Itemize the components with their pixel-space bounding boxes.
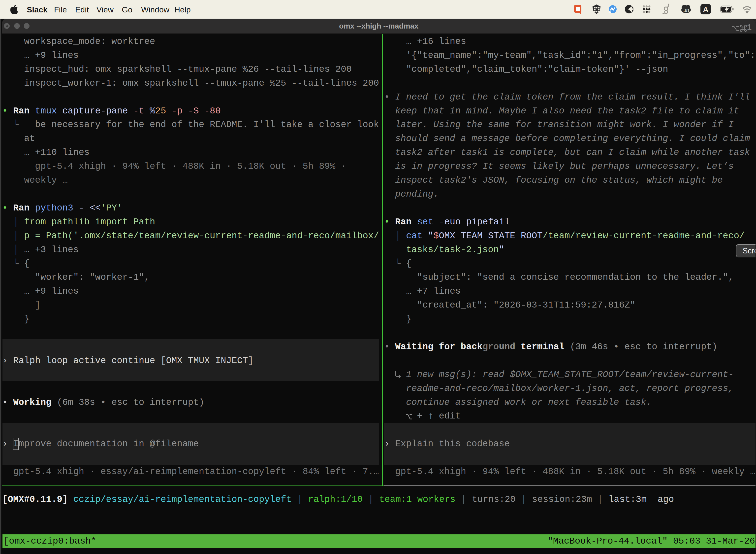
svg-text:..61: ..61: [683, 8, 690, 13]
svg-text:A: A: [703, 5, 708, 13]
